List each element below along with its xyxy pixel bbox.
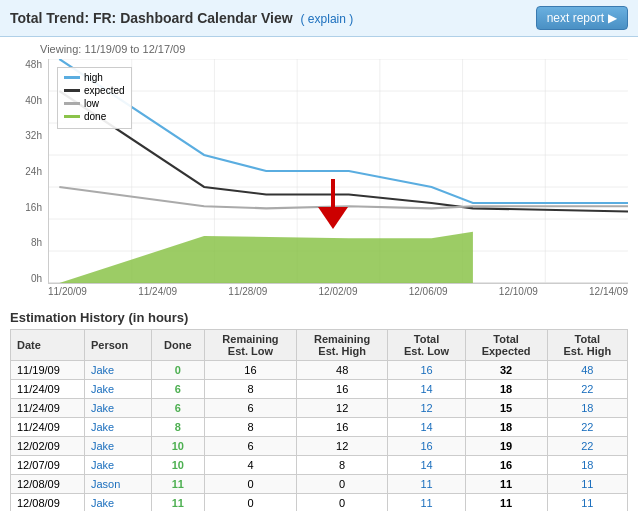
x-axis: 11/20/09 11/24/09 11/28/09 12/02/09 12/0… [48, 286, 628, 304]
cell-rem-low: 6 [205, 437, 297, 456]
cell-rem-low: 0 [205, 475, 297, 494]
cell-total-low: 16 [388, 437, 465, 456]
person-link[interactable]: Jake [91, 364, 114, 376]
person-link[interactable]: Jake [91, 497, 114, 509]
cell-total-high: 11 [547, 475, 627, 494]
cell-total-expected: 16 [465, 456, 547, 475]
cell-total-high: 18 [547, 456, 627, 475]
cell-rem-low: 0 [205, 494, 297, 512]
cell-person: Jake [84, 380, 151, 399]
cell-total-low: 11 [388, 475, 465, 494]
legend-color-high [64, 76, 80, 79]
cell-total-expected: 32 [465, 361, 547, 380]
legend-item-low: low [64, 98, 125, 109]
legend-color-expected [64, 89, 80, 92]
cell-date: 12/08/09 [11, 494, 85, 512]
col-header-person: Person [84, 330, 151, 361]
cell-done: 11 [151, 475, 205, 494]
cell-person: Jake [84, 494, 151, 512]
cell-done: 10 [151, 437, 205, 456]
chart-legend: high expected low done [57, 67, 132, 129]
cell-rem-low: 8 [205, 418, 297, 437]
person-link[interactable]: Jake [91, 383, 114, 395]
person-link[interactable]: Jake [91, 421, 114, 433]
section-title: Estimation History (in hours) [0, 304, 638, 329]
col-header-total-expected: TotalExpected [465, 330, 547, 361]
cell-date: 12/07/09 [11, 456, 85, 475]
legend-color-low [64, 102, 80, 105]
cell-date: 12/02/09 [11, 437, 85, 456]
col-header-done: Done [151, 330, 205, 361]
legend-item-done: done [64, 111, 125, 122]
table-row: 12/07/09 Jake 10 4 8 14 16 18 [11, 456, 628, 475]
cell-total-expected: 11 [465, 475, 547, 494]
table-row: 12/02/09 Jake 10 6 12 16 19 22 [11, 437, 628, 456]
col-header-rem-low: RemainingEst. Low [205, 330, 297, 361]
cell-person: Jake [84, 399, 151, 418]
col-header-date: Date [11, 330, 85, 361]
person-link[interactable]: Jake [91, 402, 114, 414]
legend-label-expected: expected [84, 85, 125, 96]
table-row: 12/08/09 Jason 11 0 0 11 11 11 [11, 475, 628, 494]
cell-done: 0 [151, 361, 205, 380]
cell-total-low: 14 [388, 456, 465, 475]
table-row: 11/24/09 Jake 6 6 12 12 15 18 [11, 399, 628, 418]
header: Total Trend: FR: Dashboard Calendar View… [0, 0, 638, 37]
table-header-row: Date Person Done RemainingEst. Low Remai… [11, 330, 628, 361]
col-header-total-low: TotalEst. Low [388, 330, 465, 361]
cell-total-expected: 18 [465, 418, 547, 437]
cell-done: 6 [151, 380, 205, 399]
arrow-right-icon: ▶ [608, 11, 617, 25]
next-report-button[interactable]: next report ▶ [536, 6, 628, 30]
cell-total-low: 11 [388, 494, 465, 512]
estimation-table: Date Person Done RemainingEst. Low Remai… [10, 329, 628, 511]
cell-total-high: 22 [547, 418, 627, 437]
cell-date: 12/08/09 [11, 475, 85, 494]
legend-label-high: high [84, 72, 103, 83]
cell-rem-high: 12 [296, 437, 388, 456]
y-axis: 48h 40h 32h 24h 16h 8h 0h [10, 59, 46, 284]
cell-rem-low: 6 [205, 399, 297, 418]
cell-date: 11/19/09 [11, 361, 85, 380]
cell-date: 11/24/09 [11, 418, 85, 437]
cell-date: 11/24/09 [11, 380, 85, 399]
cell-rem-low: 8 [205, 380, 297, 399]
cell-total-expected: 15 [465, 399, 547, 418]
chart-area: Viewing: 11/19/09 to 12/17/09 48h 40h 32… [0, 37, 638, 304]
cell-rem-high: 48 [296, 361, 388, 380]
cell-done: 11 [151, 494, 205, 512]
person-link[interactable]: Jake [91, 440, 114, 452]
header-title: Total Trend: FR: Dashboard Calendar View… [10, 10, 353, 26]
table-row: 11/24/09 Jake 8 8 16 14 18 22 [11, 418, 628, 437]
cell-rem-high: 16 [296, 380, 388, 399]
cell-total-high: 22 [547, 437, 627, 456]
title-text: Total Trend: FR: Dashboard Calendar View [10, 10, 293, 26]
cell-rem-high: 8 [296, 456, 388, 475]
cell-done: 8 [151, 418, 205, 437]
cell-rem-high: 0 [296, 494, 388, 512]
col-header-total-high: TotalEst. High [547, 330, 627, 361]
cell-person: Jake [84, 456, 151, 475]
cell-total-expected: 18 [465, 380, 547, 399]
cell-person: Jason [84, 475, 151, 494]
next-report-label: next report [547, 11, 604, 25]
legend-item-high: high [64, 72, 125, 83]
cell-done: 10 [151, 456, 205, 475]
legend-item-expected: expected [64, 85, 125, 96]
explain-link[interactable]: ( explain ) [301, 12, 354, 26]
cell-rem-high: 16 [296, 418, 388, 437]
svg-marker-14 [59, 232, 473, 283]
cell-total-low: 14 [388, 418, 465, 437]
cell-total-low: 12 [388, 399, 465, 418]
cell-person: Jake [84, 361, 151, 380]
legend-label-low: low [84, 98, 99, 109]
cell-total-high: 11 [547, 494, 627, 512]
table-row: 12/08/09 Jake 11 0 0 11 11 11 [11, 494, 628, 512]
cell-date: 11/24/09 [11, 399, 85, 418]
viewing-label: Viewing: 11/19/09 to 12/17/09 [0, 41, 638, 59]
person-link[interactable]: Jake [91, 459, 114, 471]
cell-total-high: 18 [547, 399, 627, 418]
person-link[interactable]: Jason [91, 478, 120, 490]
cell-rem-low: 4 [205, 456, 297, 475]
cell-person: Jake [84, 418, 151, 437]
